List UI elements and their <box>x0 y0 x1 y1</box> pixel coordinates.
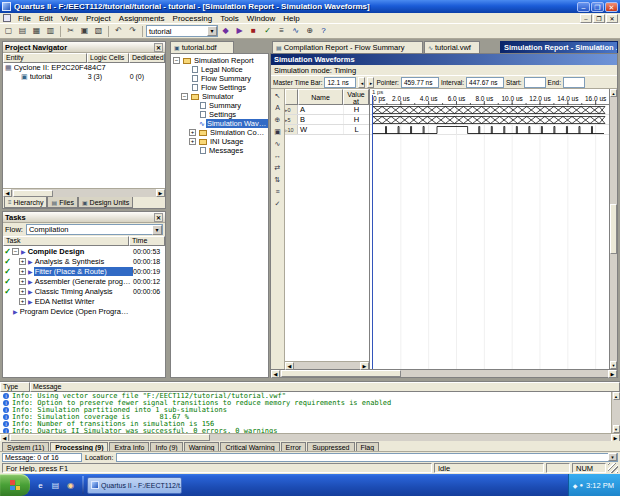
expander-icon[interactable]: + <box>19 268 26 275</box>
tab-tutorial-bdf[interactable]: ▣ tutorial.bdf <box>170 41 234 53</box>
message-tab-flag[interactable]: Flag <box>356 442 380 451</box>
sort-tool[interactable]: ⇅ <box>272 175 284 186</box>
taskbar-app-button[interactable]: Quartus II - F:/EECT112/t... <box>87 477 182 494</box>
cut-icon[interactable]: ✂ <box>64 25 77 38</box>
select-tool[interactable]: ↖ <box>272 91 284 102</box>
column-header-1[interactable]: Logic Cells <box>87 53 129 63</box>
menu-assignments[interactable]: Assignments <box>115 14 169 23</box>
signal-row[interactable]: ▹10WL <box>285 125 369 135</box>
device-row[interactable]: ▦Cyclone II: EP2C20F484C7 <box>3 63 165 72</box>
pan-horizontal-tool[interactable]: ↔ <box>272 151 284 162</box>
close-button[interactable]: ✕ <box>605 2 618 12</box>
combo-arrow-icon[interactable]: ▾ <box>207 26 217 36</box>
location-combo[interactable]: ▾ <box>116 453 618 462</box>
column-header-2[interactable]: Dedicated Logic <box>129 53 165 63</box>
tab-files[interactable]: ▤Files <box>47 197 77 208</box>
task-row[interactable]: ✓+▶Classic Timing Analysis00:00:06 <box>3 286 165 296</box>
text-tool[interactable]: A <box>272 103 284 114</box>
scroll-right-icon[interactable]: ▶ <box>608 370 617 378</box>
waveform-edit-tool[interactable]: ∿ <box>272 139 284 150</box>
expander-icon[interactable]: − <box>12 248 19 255</box>
time-ruler[interactable]: 1 ps 0 ps2.0 us4.0 us6.0 us8.0 us10.0 us… <box>370 89 609 105</box>
start-button[interactable] <box>0 474 30 496</box>
show-desktop-icon[interactable]: ▤ <box>49 479 62 492</box>
tree-item[interactable]: +Simulation Coverage <box>171 128 268 137</box>
messages-vscrollbar[interactable]: ▲ ▼ <box>611 392 620 433</box>
child-minimize-button[interactable]: – <box>580 14 592 23</box>
align-tool[interactable]: ≡ <box>272 187 284 198</box>
help-icon[interactable]: ? <box>317 25 330 38</box>
resize-grip[interactable] <box>608 463 618 473</box>
start-compilation-icon[interactable]: ▶ <box>233 25 246 38</box>
task-row[interactable]: ✓−▶Compile Design00:00:53 <box>3 246 165 256</box>
undo-icon[interactable]: ↶ <box>112 25 125 38</box>
waveform-plot[interactable]: 1 ps 0 ps2.0 us4.0 us6.0 us8.0 us10.0 us… <box>370 89 609 369</box>
scroll-down-icon[interactable]: ▼ <box>610 361 617 369</box>
project-navigator-hscrollbar[interactable]: ◀ ▶ <box>3 188 165 197</box>
menu-edit[interactable]: Edit <box>35 14 57 23</box>
internet-explorer-icon[interactable]: e <box>34 479 47 492</box>
menu-project[interactable]: Project <box>82 14 115 23</box>
tree-item[interactable]: Legal Notice <box>171 65 268 74</box>
tab-tutorial-vwf[interactable]: ∿ tutorial.vwf <box>424 41 480 53</box>
scroll-left-icon[interactable]: ◀ <box>3 189 12 197</box>
media-player-icon[interactable]: ◉ <box>64 479 77 492</box>
full-screen-tool[interactable]: ▣ <box>272 127 284 138</box>
child-restore-button[interactable]: ❐ <box>593 14 605 23</box>
task-column-header[interactable]: Task <box>3 236 129 246</box>
message-tab-error[interactable]: Error <box>281 442 307 451</box>
menu-processing[interactable]: Processing <box>169 14 217 23</box>
message-tab-system-11-[interactable]: System (11) <box>2 442 49 451</box>
copy-icon[interactable]: ▣ <box>78 25 91 38</box>
flow-combo[interactable]: Compilation ▾ <box>26 224 163 235</box>
new-file-icon[interactable]: ▢ <box>2 25 15 38</box>
tree-item[interactable]: −Simulator <box>171 92 268 101</box>
message-tab-processing-9-[interactable]: Processing (9) <box>50 442 108 451</box>
restore-button[interactable]: ❐ <box>591 2 604 12</box>
message-tab-suppressed[interactable]: Suppressed <box>307 442 354 451</box>
message-column-header[interactable]: Message <box>30 382 620 392</box>
report-icon[interactable]: ≡ <box>275 25 288 38</box>
expander-icon[interactable]: + <box>189 138 196 145</box>
menu-view[interactable]: View <box>57 14 82 23</box>
tab-compilation-report[interactable]: ▤ Compilation Report - Flow Summary <box>272 41 423 53</box>
scrollbar-thumb[interactable] <box>13 190 53 197</box>
expander-icon[interactable]: + <box>19 258 26 265</box>
scroll-left-icon[interactable]: ◀ <box>285 362 294 370</box>
expander-icon[interactable]: + <box>19 298 26 305</box>
waveform-hscrollbar[interactable]: ◀ ▶ <box>271 369 617 377</box>
tray-volume-icon[interactable]: ● <box>579 482 583 489</box>
scroll-right-icon[interactable]: ▶ <box>360 362 369 370</box>
time-column-header[interactable]: Time <box>129 236 165 246</box>
time-step-back-icon[interactable]: ◂ <box>358 77 365 88</box>
task-row[interactable]: ✓+▶Fitter (Place & Route)00:00:19 <box>3 266 165 276</box>
column-header-0[interactable]: Entity <box>3 53 87 63</box>
tree-item[interactable]: ∿Simulation Waveforms <box>171 119 268 128</box>
print-icon[interactable]: ▥ <box>44 25 57 38</box>
close-panel-icon[interactable]: ✕ <box>154 43 163 52</box>
scroll-right-icon[interactable]: ▶ <box>156 189 165 197</box>
save-icon[interactable]: ▦ <box>30 25 43 38</box>
task-row[interactable]: ▶Program Device (Open Programmer) <box>3 306 165 316</box>
waveform-vscrollbar[interactable]: ▲ ▼ <box>609 89 617 369</box>
menu-tools[interactable]: Tools <box>216 14 243 23</box>
tab-hierarchy[interactable]: ≡Hierarchy <box>4 197 47 208</box>
combo-arrow-icon[interactable]: ▾ <box>608 453 617 461</box>
tree-item[interactable]: −Simulation Report <box>171 56 268 65</box>
scrollbar-thumb[interactable] <box>281 370 401 377</box>
tab-design-units[interactable]: ▣Design Units <box>78 197 133 208</box>
task-row[interactable]: +▶EDA Netlist Writer <box>3 296 165 306</box>
close-panel-icon[interactable]: ✕ <box>154 213 163 222</box>
stop-processing-icon[interactable]: ■ <box>247 25 260 38</box>
expander-icon[interactable]: + <box>19 278 26 285</box>
type-column-header[interactable]: Type <box>0 382 30 392</box>
tree-item[interactable]: Flow Settings <box>171 83 268 92</box>
master-time-bar-line[interactable] <box>372 95 373 369</box>
message-tab-info-9-[interactable]: Info (9) <box>150 442 182 451</box>
message-tab-extra-info[interactable]: Extra Info <box>109 442 149 451</box>
zoom-icon[interactable]: ⊕ <box>303 25 316 38</box>
menu-help[interactable]: Help <box>279 14 303 23</box>
zoom-tool[interactable]: ⊕ <box>272 115 284 126</box>
simulator-tool-icon[interactable]: ∿ <box>289 25 302 38</box>
signal-row[interactable]: ▸5BH <box>285 115 369 125</box>
